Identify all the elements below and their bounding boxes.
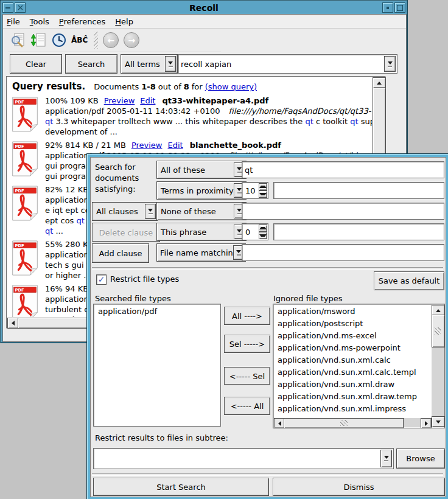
chevron-down-icon (148, 209, 153, 212)
list-item[interactable]: application/vnd.sun.xml.draw.temp (275, 391, 431, 403)
query-input[interactable] (178, 55, 397, 73)
browse-button[interactable]: Browse (396, 448, 445, 469)
menu-preferences[interactable]: Preferences (59, 17, 105, 26)
document-sort-icon (30, 32, 46, 48)
search-controls: Clear Search All terms (3, 54, 406, 74)
spin-up-button[interactable] (259, 183, 267, 190)
clause-value-field-3[interactable] (242, 203, 444, 220)
clause-input-4[interactable] (274, 224, 444, 240)
svg-text:PDF: PDF (15, 100, 25, 105)
scroll-thumb[interactable] (284, 418, 404, 428)
list-item[interactable]: application/vnd.sun.xml.impress (275, 403, 431, 415)
list-item[interactable]: application/vnd.sun.xml.calc.templ (275, 366, 431, 379)
proximity-slack-spinbox[interactable] (242, 182, 268, 199)
clause-value-field-1[interactable] (242, 161, 444, 178)
clause-type-combobox-5[interactable]: File name matching (156, 243, 246, 262)
move-selected-left-button[interactable]: <----- Sel (224, 367, 270, 385)
scroll-up-button[interactable] (373, 77, 386, 88)
list-item[interactable]: application/vnd.sun.xml.calc (275, 354, 431, 366)
check-icon: ✓ (98, 275, 105, 284)
arrow-down-icon (259, 193, 267, 195)
list-item[interactable]: application/vnd.ms-powerpoint (275, 342, 431, 354)
svg-text:PDF: PDF (15, 144, 25, 149)
clause-input-5[interactable] (242, 245, 444, 260)
toolbar: ÅBĈ ← → (3, 29, 406, 52)
subtree-input[interactable] (94, 448, 393, 469)
move-all-left-button[interactable]: <----- All (224, 397, 270, 415)
window-iconify-button[interactable] (382, 2, 393, 13)
menu-help[interactable]: Help (115, 17, 133, 26)
preview-link[interactable]: Preview (131, 141, 163, 150)
clause-value-field-4[interactable] (273, 223, 444, 240)
conjunction-combobox[interactable]: All clauses (92, 202, 158, 221)
list-item[interactable]: application/pdf (95, 305, 219, 318)
term-explorer-button[interactable]: ÅBĈ (71, 36, 88, 44)
list-vscrollbar[interactable] (432, 305, 444, 427)
searched-file-types-list[interactable]: application/pdf (93, 304, 221, 427)
dismiss-button[interactable]: Dismiss (273, 478, 445, 496)
scroll-right-button[interactable] (421, 418, 432, 428)
window-maximize-button[interactable] (394, 2, 405, 13)
window-close-button[interactable] (15, 2, 26, 13)
document-search-icon (10, 32, 26, 48)
list-hscrollbar[interactable] (274, 418, 432, 427)
window-minimize-button[interactable] (2, 2, 13, 13)
start-search-button[interactable]: Start Search (93, 478, 269, 496)
menu-file[interactable]: File (7, 17, 20, 26)
list-item[interactable]: application/msword (275, 305, 431, 318)
combo-arrow-button[interactable] (380, 450, 392, 467)
edit-link[interactable]: Edit (167, 141, 183, 150)
chevron-down-icon (168, 61, 173, 65)
preview-link[interactable]: Preview (104, 96, 135, 105)
list-item[interactable]: application/postscript (275, 318, 431, 330)
move-selected-right-button[interactable]: Sel -----> (224, 335, 270, 353)
sort-parameters-button[interactable] (30, 32, 47, 49)
spin-up-button[interactable] (259, 225, 267, 232)
titlebar[interactable]: Recoll (2, 2, 406, 13)
menu-tools[interactable]: Tools (30, 17, 49, 26)
clause-input-3[interactable] (242, 203, 444, 219)
result-filename: qt33-whitepaper-a4.pdf (162, 96, 268, 105)
clause-type-combobox-4[interactable]: This phrase (156, 223, 247, 241)
delete-clause-button[interactable]: Delete clause (92, 223, 160, 242)
back-button[interactable]: ← (103, 32, 119, 48)
combo-arrow-button[interactable] (165, 56, 176, 72)
clause-type-combobox-3[interactable]: None of these (156, 202, 247, 220)
subtree-combobox[interactable] (93, 448, 394, 469)
ignored-file-types-list[interactable]: application/msword application/postscrip… (273, 304, 445, 428)
scroll-thumb[interactable] (432, 315, 445, 347)
query-combo-arrow-button[interactable] (384, 56, 396, 72)
arrow-up-icon (377, 82, 382, 85)
spin-down-button[interactable] (259, 190, 267, 198)
clause-value-field-2[interactable] (273, 182, 444, 199)
list-item[interactable]: application/vnd.sun.xml.draw (275, 379, 431, 391)
result-filename: blanchette_book.pdf (190, 141, 281, 150)
clause-type-combobox-1[interactable]: All of these (156, 161, 247, 179)
result-snippet: qt 3.3 whitepaper trolltech www ... this… (45, 116, 372, 127)
list-item[interactable]: application/vnd.ms-excel (275, 330, 431, 342)
clause-type-combobox-2[interactable]: Terms in proximity (156, 181, 247, 200)
search-button[interactable]: Search (65, 54, 117, 74)
combo-arrow-button[interactable] (145, 204, 156, 219)
chevron-down-icon (237, 209, 242, 212)
add-clause-button[interactable]: Add clause (92, 243, 149, 263)
clause-input-1[interactable] (242, 162, 444, 178)
arrow-up-icon (436, 309, 441, 312)
show-query-link[interactable]: (show query) (205, 82, 257, 91)
spin-down-button[interactable] (259, 232, 267, 239)
phrase-slack-spinbox[interactable] (242, 223, 268, 240)
edit-link[interactable]: Edit (140, 96, 155, 105)
restrict-file-types-checkbox[interactable]: ✓ (96, 274, 107, 285)
clause-input-2[interactable] (274, 183, 444, 198)
clear-button[interactable]: Clear (10, 54, 62, 74)
preview-document-button[interactable] (9, 32, 26, 49)
clause-value-field-5[interactable] (242, 244, 444, 261)
history-button[interactable] (51, 32, 68, 49)
move-all-right-button[interactable]: All ----> (224, 307, 270, 325)
forward-button[interactable]: → (124, 32, 139, 48)
arrow-up-icon (259, 186, 267, 188)
query-combobox[interactable] (178, 54, 397, 74)
search-mode-combobox[interactable]: All terms (121, 54, 178, 74)
save-as-default-button[interactable]: Save as default (374, 271, 444, 290)
scroll-down-button[interactable] (432, 416, 445, 427)
